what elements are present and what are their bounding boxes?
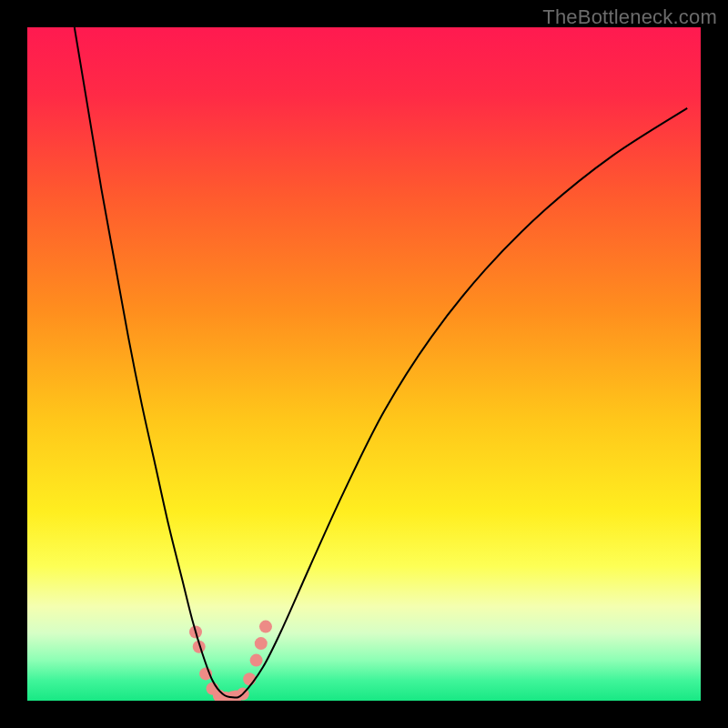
sample-dot: [250, 654, 263, 667]
watermark-text: TheBottleneck.com: [542, 5, 717, 29]
chart-frame: TheBottleneck.com: [0, 0, 728, 728]
sample-dot: [259, 621, 272, 633]
sample-dot: [255, 637, 268, 650]
bottleneck-curve: [75, 27, 687, 698]
curve-layer: [27, 27, 701, 701]
plot-area: [27, 27, 701, 701]
sample-dots-group: [189, 621, 272, 701]
